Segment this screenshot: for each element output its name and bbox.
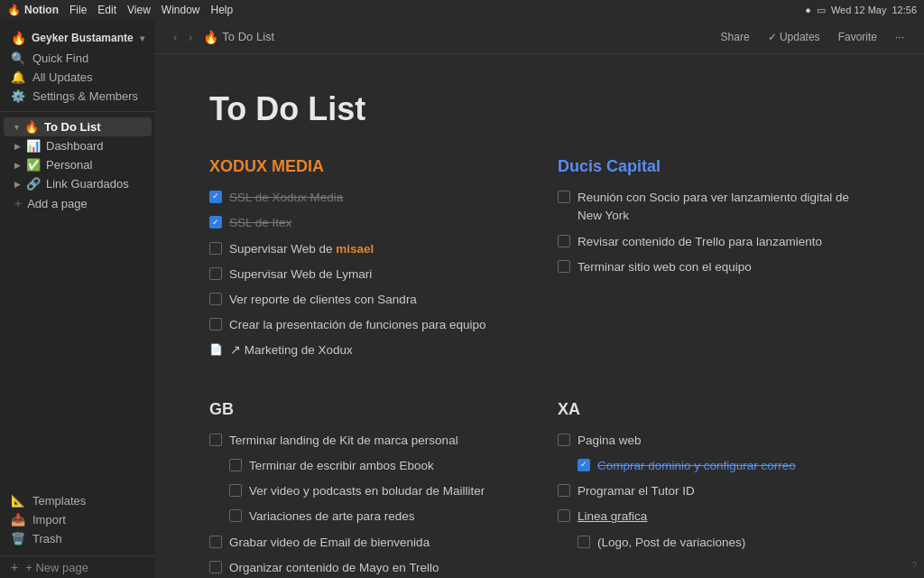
menu-bar-right: ● ▭ Wed 12 May 12:56 — [805, 5, 917, 16]
dashboard-label: Dashboard — [46, 139, 104, 153]
menu-help[interactable]: Help — [211, 4, 234, 16]
breadcrumb-text: To Do List — [222, 30, 274, 43]
add-icon: + — [14, 196, 22, 210]
checkbox-revisar-trello[interactable] — [558, 235, 570, 247]
checkbox-linea-grafica[interactable] — [558, 509, 570, 522]
forward-button[interactable]: › — [185, 28, 197, 46]
todo-pagina-web: Pagina web — [558, 432, 870, 450]
favorite-button[interactable]: Favorite — [833, 29, 882, 45]
menu-bar-items: File Edit View Window Help — [69, 4, 233, 16]
sidebar-item-dashboard[interactable]: ▶ 📊 Dashboard — [4, 136, 152, 155]
section-ducis: Ducis Capital Reunión con Socio para ver… — [558, 157, 870, 364]
checkbox-supervisar-misael[interactable] — [209, 242, 222, 255]
sidebar-settings[interactable]: ⚙️ Settings & Members — [0, 87, 155, 106]
checkbox-variaciones[interactable] — [229, 509, 242, 522]
import-label: Import — [32, 513, 66, 527]
nav-arrows: ‹ › — [170, 28, 196, 46]
checkbox-reporte[interactable] — [209, 293, 222, 305]
checkbox-programar[interactable] — [558, 484, 570, 497]
todo-ssl-xodux: SSL de Xodux Media — [209, 189, 522, 207]
battery-icon: ▭ — [817, 5, 826, 16]
gb-heading: GB — [209, 400, 522, 419]
todo-text-grabar: Grabar video de Email de bienvenida — [229, 534, 522, 552]
menu-file[interactable]: File — [69, 4, 87, 16]
back-button[interactable]: ‹ — [170, 28, 181, 46]
checkbox-organizar[interactable] — [209, 561, 222, 573]
sidebar-all-updates[interactable]: 🔔 All Updates — [0, 68, 155, 87]
xa-heading: XA — [558, 400, 870, 419]
todo-linea-grafica: Linea grafica — [558, 508, 870, 526]
checkbox-comprar-dominio[interactable] — [578, 459, 590, 471]
todo-text-ebook: Terminar de escribir ambos Ebook — [249, 457, 522, 475]
todo-text-supervisar-lymari: Supervisar Web de Lymari — [229, 266, 522, 284]
todo-reporte: Ver reporte de clientes con Sandra — [209, 291, 522, 309]
sidebar-item-add[interactable]: + Add a page — [4, 193, 152, 213]
todo-video-podcasts: Ver video y podcasts en boludar de Maill… — [229, 482, 522, 500]
section-xodux: XODUX MEDIA SSL de Xodux Media SSL de It… — [209, 157, 522, 364]
import-icon: 📥 — [11, 513, 25, 527]
new-page-button[interactable]: + + New page — [0, 555, 155, 578]
user-chevron: ▾ — [140, 33, 144, 43]
chevron-links: ▶ — [14, 180, 21, 189]
todo-comprar-dominio: Comprar dominio y configurar correo — [578, 457, 870, 475]
checkbox-reunion[interactable] — [558, 191, 570, 203]
todo-text-reporte: Ver reporte de clientes con Sandra — [229, 291, 522, 309]
add-label: Add a page — [27, 197, 88, 210]
chevron-todo: ▾ — [14, 123, 19, 132]
sidebar-import[interactable]: 📥 Import — [0, 510, 155, 529]
todo-text-pagina-web: Pagina web — [578, 432, 870, 450]
all-updates-label: All Updates — [32, 70, 92, 84]
todo-organizar: Organizar contenido de Mayo en Trello — [209, 559, 522, 577]
app-name[interactable]: 🔥 Notion — [7, 4, 59, 16]
sidebar-templates[interactable]: 📐 Templates — [0, 491, 155, 510]
sidebar-nav: ▾ 🔥 To Do List ▶ 📊 Dashboard ▶ ✅ Persona… — [0, 117, 155, 484]
todo-terminar-sitio: Terminar sitio web con el equipo — [558, 258, 870, 276]
user-name: Geyker Bustamante — [32, 32, 134, 44]
new-page-icon: + — [11, 560, 18, 574]
breadcrumb-icon: 🔥 — [203, 30, 218, 44]
todo-text-presentacion: Crear la presentación de funciones para … — [229, 316, 522, 334]
checkbox-landing[interactable] — [209, 434, 222, 446]
links-icon: 🔗 — [26, 177, 41, 191]
todo-label: To Do List — [44, 120, 101, 134]
sidebar-quick-find[interactable]: 🔍 Quick Find — [0, 49, 155, 68]
menu-view[interactable]: View — [127, 4, 151, 16]
checkbox-presentacion[interactable] — [209, 318, 222, 331]
help-hint[interactable]: ? — [911, 560, 917, 571]
sidebar-item-personal[interactable]: ▶ ✅ Personal — [4, 155, 152, 174]
todo-icon: 🔥 — [24, 120, 39, 134]
checkbox-pagina-web[interactable] — [558, 434, 570, 446]
chevron-personal: ▶ — [14, 161, 21, 170]
checkbox-grabar[interactable] — [209, 536, 222, 548]
search-icon: 🔍 — [11, 51, 25, 65]
todo-supervisar-misael: Supervisar Web de misael — [209, 240, 522, 258]
checkbox-ssl-itex[interactable] — [209, 216, 222, 228]
menu-window[interactable]: Window — [162, 4, 200, 16]
todo-logo: (Logo, Post de variaciones) — [578, 534, 870, 552]
sidebar-trash[interactable]: 🗑️ Trash — [0, 529, 155, 548]
todo-text-terminar-sitio: Terminar sitio web con el equipo — [578, 258, 870, 276]
page-content: To Do List XODUX MEDIA SSL de Xodux Medi… — [155, 54, 924, 578]
breadcrumb: 🔥 To Do List — [203, 30, 274, 44]
top-bar-actions: Share ✓ Updates Favorite ··· — [716, 29, 910, 45]
top-bar: ‹ › 🔥 To Do List Share ✓ Updates Favorit… — [155, 20, 924, 54]
checkbox-ssl-xodux[interactable] — [209, 191, 222, 203]
checkbox-ebook[interactable] — [229, 459, 242, 471]
checkbox-supervisar-lymari[interactable] — [209, 267, 222, 280]
todo-supervisar-lymari: Supervisar Web de Lymari — [209, 266, 522, 284]
linked-marketing[interactable]: 📄 ↗ Marketing de Xodux — [209, 342, 522, 357]
trash-label: Trash — [32, 532, 62, 545]
checkbox-video-podcasts[interactable] — [229, 484, 242, 497]
share-button[interactable]: Share — [716, 29, 755, 45]
sidebar-user[interactable]: 🔥 Geyker Bustamante ▾ — [0, 27, 155, 49]
sidebar-item-links[interactable]: ▶ 🔗 Link Guardados — [4, 174, 152, 193]
checkbox-logo[interactable] — [578, 536, 590, 548]
menu-edit[interactable]: Edit — [97, 4, 116, 16]
updates-button[interactable]: ✓ Updates — [762, 29, 826, 45]
todo-text-reunion: Reunión con Socio para ver lanzamiento d… — [578, 189, 870, 226]
app-icon: 🔥 — [7, 4, 21, 16]
sidebar-item-todo[interactable]: ▾ 🔥 To Do List — [4, 117, 152, 136]
checkbox-terminar-sitio[interactable] — [558, 260, 570, 273]
more-button[interactable]: ··· — [890, 29, 910, 45]
menu-bar: 🔥 Notion File Edit View Window Help ● ▭ … — [0, 0, 924, 20]
